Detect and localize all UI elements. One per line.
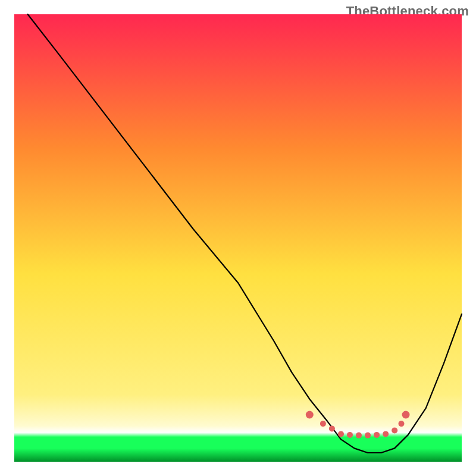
optimal-dot [338, 431, 344, 437]
optimal-dot [365, 433, 371, 439]
optimal-dot [356, 433, 362, 439]
bottleneck-chart: TheBottleneck.com [0, 0, 476, 476]
optimal-dot [320, 421, 326, 427]
optimal-dot [402, 411, 410, 419]
optimal-dot [392, 427, 397, 433]
gradient-background [14, 14, 462, 462]
chart-canvas [0, 0, 476, 476]
optimal-dot [347, 432, 353, 438]
optimal-dot [329, 425, 335, 431]
optimal-dot [383, 431, 389, 437]
optimal-dot [306, 411, 314, 419]
optimal-dot [399, 421, 405, 427]
optimal-dot [374, 432, 380, 438]
